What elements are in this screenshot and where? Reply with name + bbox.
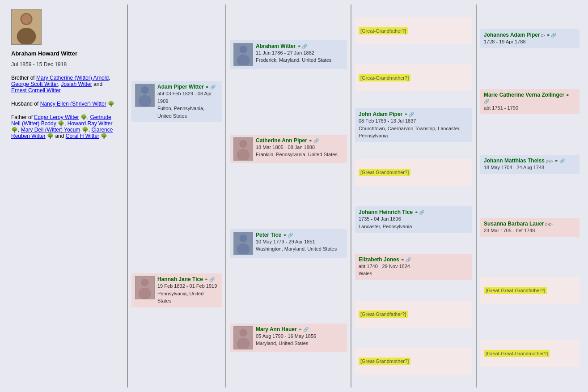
sibling-link-2[interactable]: George Scott Witter — [11, 81, 58, 87]
child-icon-5[interactable]: 🌳 — [47, 133, 54, 139]
sibling-link-3[interactable]: Josiah Witter — [61, 81, 92, 87]
john-adam-piper-link[interactable]: John Adam Piper — [359, 111, 402, 117]
johannes-adam-piper-info: Johannes Adam Piper ▷ ⚭ 🔗 1728 - 19 Apr … — [484, 32, 576, 46]
elizabeth-jones-location: Wales — [359, 270, 469, 277]
child-link-3[interactable]: Howard Ray Witter — [68, 120, 113, 127]
johann-heinrich-tice-link[interactable]: Johann Heinrich Tice — [359, 209, 413, 215]
child-icon-4[interactable]: 🌳 — [82, 127, 89, 133]
hannah-jane-tice-link[interactable]: Hannah Jane Tice — [157, 276, 203, 282]
child-icon-6[interactable]: 🌳 — [101, 133, 107, 139]
children-section: Father of Edgar Leroy Witter 🌳, Gertrude… — [11, 114, 118, 139]
main-person-column: Abraham Howard Witter Jul 1859 - 15 Dec … — [4, 4, 125, 388]
child-link-4[interactable]: Mary Dell (Witter) Yocum — [21, 127, 80, 133]
johann-matthias-theiss-link[interactable]: Johann Matthias Theiss — [484, 158, 545, 164]
svg-point-3 — [21, 14, 31, 24]
placeholder-great-grandfather-2: [Great-Grandfather?] — [355, 301, 472, 328]
placeholder-label-ggm2: [Great-Grandmother?] — [359, 169, 410, 176]
ggm1-wrap: [Great-Grandmother?] — [355, 55, 472, 102]
divider-1 — [127, 4, 128, 388]
abraham-witter-link[interactable]: Abraham Witter — [256, 43, 296, 49]
child-icon-2[interactable]: 🌳 — [58, 120, 64, 127]
person-card-john-adam-piper: John Adam Piper ⚭ 🔗 08 Feb 1769 - 13 Jul… — [355, 108, 472, 142]
ggm3-wrap: [Great-Grandmother?] — [355, 338, 472, 385]
hannah-jane-tice-icons[interactable]: ⚭ 🔗 — [204, 277, 215, 282]
person-card-peter-tice: Peter Tice ⚭ 🔗 10 May 1779 - 29 Apr 1851… — [230, 229, 347, 258]
adam-piper-witter-link[interactable]: Adam Piper Witter — [157, 84, 204, 90]
mary-ann-hauer-link[interactable]: Mary Ann Hauer — [256, 326, 297, 332]
mary-ann-hauer-location: Maryland, United States — [256, 340, 343, 347]
gg2-wrap: [Great-Grandfather?] — [355, 290, 472, 338]
adam-piper-witter-icons[interactable]: ⚭ 🔗 — [205, 85, 216, 89]
grandparent-4-wrap: Mary Ann Hauer ⚭ 🔗 05 Aug 1790 - 16 May … — [230, 290, 347, 385]
spouse-link[interactable]: Nancy Ellen (Shriver) Witter — [40, 101, 106, 107]
person-card-catherine-ann-piper: Catherine Ann Piper ⚭ 🔗 18 Mar 1805 - 08… — [230, 135, 347, 163]
john-adam-piper-icons[interactable]: ⚭ 🔗 — [404, 112, 415, 117]
ggm2-wrap: [Great-Grandmother?] — [355, 149, 472, 196]
child-icon-3[interactable]: 🌳 — [11, 127, 18, 133]
abraham-witter-info: Abraham Witter ⚭ 🔗 11 Jun 1786 - 27 Jan … — [256, 43, 343, 64]
john-adam-piper-info: John Adam Piper ⚭ 🔗 08 Feb 1769 - 13 Jul… — [359, 111, 469, 140]
person-card-abraham-witter: Abraham Witter ⚭ 🔗 11 Jun 1786 - 27 Jan … — [230, 40, 347, 69]
abraham-witter-icons[interactable]: ⚭ 🔗 — [297, 44, 308, 49]
johann-matthias-theiss-info: Johann Matthias Theiss ▷▷ ⚭ 🔗 18 May 170… — [484, 158, 576, 171]
marie-catherine-link[interactable]: Marie Catherine Verna Zollinger — [484, 92, 564, 98]
susanna-barbara-lauer-icons[interactable]: ▷▷ — [546, 222, 553, 226]
johannes-adam-piper-icons[interactable]: ▷ ⚭ 🔗 — [541, 33, 557, 38]
elizabeth-jones-link[interactable]: Elizabeth Jones — [359, 256, 399, 263]
johann-matthias-theiss-icons[interactable]: ▷▷ ⚭ 🔗 — [546, 158, 565, 163]
peter-tice-info: Peter Tice ⚭ 🔗 10 May 1779 - 29 Apr 1851… — [256, 232, 343, 253]
parents-column: Adam Piper Witter ⚭ 🔗 abt 03 Feb 1829 - … — [130, 4, 224, 388]
johann-heinrich-tice-icons[interactable]: ⚭ 🔗 — [415, 210, 425, 215]
elizabeth-jones-dates: abt 1740 - 29 Nov 1824 — [359, 263, 469, 270]
spouse-section: Husband of Nancy Ellen (Shriver) Witter … — [11, 101, 118, 107]
johann-matthias-theiss-dates: 18 May 1704 - 24 Aug 1748 — [484, 164, 576, 171]
great-great-grandparents-column: Johannes Adam Piper ▷ ⚭ 🔗 1728 - 19 Apr … — [478, 4, 581, 388]
ggg1-wrap: [Great-Great-Grandfather?] — [480, 259, 580, 322]
placeholder-great-grandmother-1: [Great-Grandmother?] — [355, 64, 472, 91]
johann-heinrich-tice-info: Johann Heinrich Tice ⚭ 🔗 1735 - 04 Jan 1… — [359, 209, 469, 230]
person-photo-mary-ann-hauer — [233, 326, 253, 349]
placeholder-great-grandmother-2: [Great-Grandmother?] — [355, 159, 472, 186]
placeholder-great-great-grandfather: [Great-Great-Grandfather?] — [480, 277, 580, 304]
person-card-johannes-adam-piper: Johannes Adam Piper ▷ ⚭ 🔗 1728 - 19 Apr … — [480, 29, 580, 48]
divider-3 — [351, 4, 351, 388]
person-card-marie-catherine: Marie Catherine Verna Zollinger ⚭ 🔗 abt … — [480, 89, 580, 115]
adam-piper-witter-dates: abt 03 Feb 1829 - 08 Apr 1909 — [157, 90, 218, 105]
spouse-icon[interactable]: 🌳 — [108, 101, 114, 107]
divider-2 — [225, 4, 226, 388]
person-card-elizabeth-jones: Elizabeth Jones ⚭ 🔗 abt 1740 - 29 Nov 18… — [355, 254, 472, 280]
susanna-barbara-lauer-link[interactable]: Susanna Barbara Lauer — [484, 221, 544, 227]
susanna-barbara-lauer-dates: 23 Mar 1705 - bef 1748 — [484, 227, 576, 234]
main-person-photo — [11, 9, 42, 45]
child-link-1[interactable]: Edgar Leroy Witter — [34, 114, 79, 120]
sibling-link-4[interactable]: Ernest Cornell Witter — [11, 87, 61, 94]
svg-point-2 — [17, 28, 36, 44]
peter-tice-link[interactable]: Peter Tice — [256, 232, 281, 238]
child-link-6[interactable]: Coral H Witter — [66, 133, 99, 139]
grandparents-column: Abraham Witter ⚭ 🔗 11 Jun 1786 - 27 Jan … — [228, 4, 349, 388]
johann-heinrich-tice-dates: 1735 - 04 Jan 1806 — [359, 215, 469, 223]
parent-2-wrap: Hannah Jane Tice ⚭ 🔗 19 Feb 1832 - 01 Fe… — [131, 196, 222, 385]
child-icon-1[interactable]: 🌳 — [80, 114, 87, 120]
johann-heinrich-tice-location: Lancaster, Pennsylvania — [359, 223, 469, 230]
mary-ann-hauer-info: Mary Ann Hauer ⚭ 🔗 05 Aug 1790 - 16 May … — [256, 326, 343, 347]
sibling-link-1[interactable]: Mary Catherine (Witter) Arnold — [36, 75, 109, 81]
placeholder-great-grandmother-3: [Great-Grandmother?] — [355, 348, 472, 375]
elizabeth-jones-icons[interactable]: ⚭ 🔗 — [401, 257, 411, 262]
catherine-ann-piper-link[interactable]: Catherine Ann Piper — [256, 137, 307, 144]
mary-ann-hauer-icons[interactable]: ⚭ 🔗 — [298, 327, 309, 332]
placeholder-great-great-grandmother: [Great-Great-Grandmother?] — [480, 340, 580, 367]
peter-tice-location: Washington, Maryland, United States — [256, 245, 343, 253]
catherine-ann-piper-icons[interactable]: ⚭ 🔗 — [309, 138, 319, 143]
svg-point-14 — [239, 140, 247, 147]
person-photo-adam-piper-witter — [135, 84, 155, 107]
catherine-ann-piper-info: Catherine Ann Piper ⚭ 🔗 18 Mar 1805 - 08… — [256, 137, 343, 158]
svg-point-8 — [141, 279, 148, 286]
peter-tice-icons[interactable]: ⚭ 🔗 — [283, 233, 293, 238]
svg-point-11 — [239, 45, 247, 53]
placeholder-label-gggm1: [Great-Great-Grandmother?] — [484, 350, 550, 357]
placeholder-great-grandfather-1: [Great-Grandfather?] — [355, 17, 472, 44]
johannes-adam-piper-link[interactable]: Johannes Adam Piper — [484, 32, 540, 38]
parent-1-wrap: Adam Piper Witter ⚭ 🔗 abt 03 Feb 1829 - … — [131, 7, 222, 196]
elizabeth-jones-info: Elizabeth Jones ⚭ 🔗 abt 1740 - 29 Nov 18… — [359, 256, 469, 277]
